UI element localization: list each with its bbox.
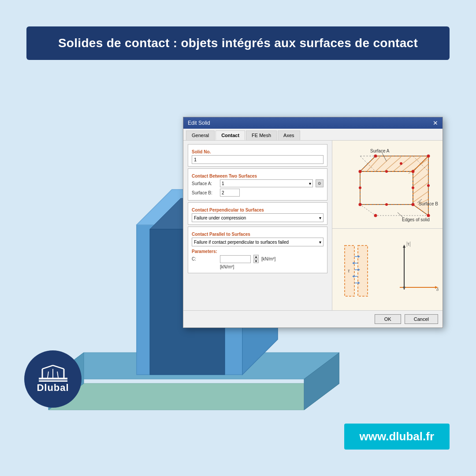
contact-parallel-label: Contact Parallel to Surfaces <box>192 232 324 237</box>
c-row: C: ▲ ▼ [kN/m³] <box>192 255 324 263</box>
dialog-title: Edit Solid <box>188 120 210 126</box>
dlubal-text: Dlubal <box>37 382 69 394</box>
svg-text:|τ|: |τ| <box>406 241 411 247</box>
contact-parallel-section: Contact Parallel to Surfaces Failure if … <box>188 227 327 273</box>
svg-point-38 <box>427 154 430 157</box>
contact-perpendicular-section: Contact Perpendicular to Surfaces Failur… <box>188 202 327 225</box>
unit2-row: [kN/m²] <box>192 264 324 269</box>
tab-axes[interactable]: Axes <box>278 130 300 140</box>
contact-diagram-svg: Surface A Surface B Edges of solid <box>336 143 439 227</box>
dlubal-logo: Dlubal <box>24 350 82 408</box>
svg-text:Surface A: Surface A <box>370 149 390 153</box>
svg-point-43 <box>385 170 388 173</box>
website-url: www.dlubal.fr <box>360 430 434 443</box>
chevron-down-icon-3: ▾ <box>319 240 321 245</box>
svg-point-33 <box>358 170 361 173</box>
diagram-bottom: τ δ |τ| <box>332 229 443 310</box>
header-banner: Solides de contact : objets intégrés aux… <box>26 26 450 60</box>
c-label: C: <box>192 257 217 261</box>
chevron-down-icon-2: ▾ <box>319 216 321 220</box>
svg-point-42 <box>412 186 414 189</box>
dialog-right-panel: Surface A Surface B Edges of solid <box>332 141 443 310</box>
svg-text:Surface B: Surface B <box>419 201 438 206</box>
ok-button[interactable]: OK <box>375 314 401 324</box>
svg-text:Edges of solid: Edges of solid <box>402 217 430 222</box>
svg-marker-0 <box>48 383 339 410</box>
tab-general[interactable]: General <box>186 130 215 140</box>
contact-between-section: Contact Between Two Surfaces Surface A: … <box>188 168 327 201</box>
dialog-left-panel: Solid No. Contact Between Two Surfaces S… <box>183 141 332 310</box>
svg-line-79 <box>42 365 53 369</box>
contact-parallel-dropdown[interactable]: Failure if contact perpendicular to surf… <box>192 238 324 246</box>
stress-diagram-svg: τ δ |τ| <box>336 230 439 309</box>
surface-a-dropdown[interactable]: 1 ▾ <box>220 179 313 187</box>
c-input[interactable] <box>220 255 251 263</box>
parameters-section: Parameters: C: ▲ ▼ [kN/m³] [kN/m²] <box>192 249 324 269</box>
browse-button[interactable]: ⊙ <box>316 179 324 187</box>
contact-parallel-value: Failure if contact perpendicular to surf… <box>194 240 289 245</box>
svg-point-46 <box>427 184 430 187</box>
surface-a-value: 1 <box>222 181 224 186</box>
svg-point-75 <box>403 286 405 288</box>
svg-point-35 <box>358 203 361 206</box>
contact-perpendicular-value: Failure under compression <box>194 216 246 220</box>
diagram-top: Surface A Surface B Edges of solid <box>332 141 443 229</box>
unit2-label: [kN/m²] <box>220 264 234 269</box>
spinner-down[interactable]: ▼ <box>253 259 259 263</box>
surface-a-row: Surface A: 1 ▾ ⊙ <box>192 179 324 187</box>
surface-a-label: Surface A: <box>192 181 217 186</box>
svg-point-37 <box>374 154 377 157</box>
dialog-body: Solid No. Contact Between Two Surfaces S… <box>183 141 443 310</box>
contact-between-label: Contact Between Two Surfaces <box>192 174 324 178</box>
edit-solid-dialog: Edit Solid ✕ General Contact FE Mesh Axe… <box>183 117 443 328</box>
svg-point-40 <box>427 214 430 217</box>
svg-rect-76 <box>39 378 67 379</box>
svg-point-44 <box>385 203 388 206</box>
parameters-label: Parameters: <box>192 249 324 254</box>
svg-line-80 <box>53 365 64 369</box>
cancel-button[interactable]: Cancel <box>405 314 438 324</box>
close-button[interactable]: ✕ <box>433 119 438 126</box>
svg-line-81 <box>48 372 48 378</box>
svg-point-39 <box>374 214 377 217</box>
contact-perpendicular-dropdown[interactable]: Failure under compression ▾ <box>192 213 324 222</box>
svg-rect-84 <box>39 380 67 382</box>
svg-point-36 <box>411 203 414 206</box>
chevron-down-icon: ▾ <box>309 181 311 186</box>
tab-femesh[interactable]: FE Mesh <box>246 130 277 140</box>
dialog-footer: OK Cancel <box>183 310 443 327</box>
contact-perpendicular-label: Contact Perpendicular to Surfaces <box>192 208 324 212</box>
header-title: Solides de contact : objets intégrés aux… <box>58 36 418 50</box>
svg-text:δ: δ <box>436 286 439 292</box>
svg-point-41 <box>359 186 361 189</box>
dialog-tabs: General Contact FE Mesh Axes <box>183 129 443 141</box>
svg-rect-57 <box>358 245 368 296</box>
surface-b-label: Surface B: <box>192 190 217 195</box>
spinner-up[interactable]: ▲ <box>253 255 259 259</box>
svg-point-45 <box>400 162 402 165</box>
svg-line-83 <box>57 372 58 378</box>
surface-b-input[interactable] <box>220 189 240 197</box>
dialog-titlebar: Edit Solid ✕ <box>183 117 443 129</box>
website-banner[interactable]: www.dlubal.fr <box>344 424 450 450</box>
spinner-buttons: ▲ ▼ <box>253 255 259 263</box>
unit1-label: [kN/m³] <box>261 257 275 261</box>
dlubal-icon-svg <box>39 364 67 382</box>
surface-b-row: Surface B: <box>192 189 324 197</box>
solid-no-section: Solid No. <box>188 144 327 167</box>
solid-no-input[interactable] <box>192 155 324 164</box>
tab-contact[interactable]: Contact <box>216 130 245 140</box>
solid-no-label: Solid No. <box>192 149 324 154</box>
svg-point-34 <box>411 170 414 173</box>
